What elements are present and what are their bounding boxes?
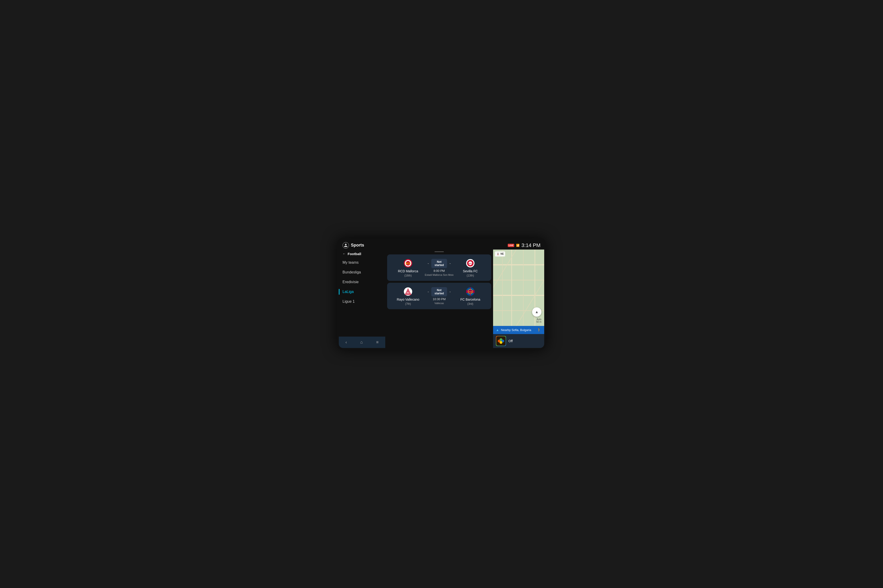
sidebar-item-bundesliga[interactable]: Bundesliga — [339, 267, 385, 277]
match-time-1: 8:00 PM — [433, 269, 445, 273]
location-text: Nearby Sofia, Bulgaria — [501, 328, 535, 332]
status-badge-2: Notstarted — [431, 287, 447, 296]
main-content: ← Football My teams Bundesliga Eredivisi… — [339, 249, 544, 348]
right-panel: NE ▲ Auto 50 m ▲ Nearby Sofia, Bulgari — [493, 249, 544, 348]
live-badge: LIVE — [508, 244, 514, 247]
nav-arrow-icon: ▲ — [535, 310, 539, 314]
map-location-bar[interactable]: ▲ Nearby Sofia, Bulgaria 🚶 — [493, 326, 544, 334]
sidebar-item-my-teams[interactable]: My teams — [339, 258, 385, 267]
home-crest-2: RV — [403, 286, 413, 297]
menu-button[interactable]: ≡ — [373, 339, 382, 346]
home-team-name-2: Rayo Vallecano — [397, 298, 419, 301]
match-card-2[interactable]: RV Rayo Vallecano (7th) - Notstarted - 1… — [387, 283, 491, 309]
compass-label: NE — [501, 253, 504, 255]
away-team-name-2: FC Barcelona — [460, 298, 480, 301]
back-arrow-icon: ← — [343, 252, 346, 256]
dash-right-2: - — [450, 290, 451, 294]
dash-left-2: - — [427, 290, 429, 294]
away-team-1: SFC Sevilla FC (13th) — [454, 258, 487, 277]
home-button[interactable]: ⌂ — [357, 339, 366, 346]
navigation-icon: ▲ — [496, 328, 499, 332]
dash-left-1: - — [427, 261, 429, 266]
screen-wrapper: Sports LIVE 📶 3:14 PM ← Football — [337, 238, 546, 350]
home-team-position-2: (7th) — [405, 302, 411, 306]
score-row-2: - Notstarted - — [427, 287, 451, 296]
home-crest-1: RCD — [403, 258, 413, 268]
sidebar-item-eredivisie[interactable]: Eredivisie — [339, 277, 385, 287]
sidebar: ← Football My teams Bundesliga Eredivisi… — [339, 249, 385, 348]
media-info: Off — [508, 339, 542, 343]
dash-right-1: - — [450, 261, 451, 266]
match-venue-2: Vallecas — [435, 302, 444, 304]
bottom-nav: ‹ ⌂ ≡ — [339, 337, 385, 348]
away-team-position-2: (3rd) — [467, 302, 473, 306]
away-crest-2: FCB — [465, 286, 475, 297]
scroll-indicator — [387, 251, 491, 252]
signal-icons: 📶 — [516, 244, 520, 247]
sidebar-item-ligue1[interactable]: Ligue 1 — [339, 297, 385, 306]
svg-text:RCD: RCD — [406, 262, 411, 265]
home-team-2: RV Rayo Vallecano (7th) — [392, 286, 424, 306]
away-team-position-1: (13th) — [466, 274, 474, 277]
media-status: Off — [508, 339, 513, 343]
match-venue-1: Estadi Mallorca Son Moix — [425, 273, 454, 276]
match-card-1[interactable]: RCD RCD Mallorca (16th) - Notstarted - 8… — [387, 254, 491, 281]
media-thumbnail — [496, 336, 506, 346]
away-team-name-1: Sevilla FC — [463, 269, 478, 273]
svg-point-33 — [499, 341, 502, 344]
sidebar-nav: My teams Bundesliga Eredivisie LaLiga Li… — [339, 258, 385, 337]
map-container[interactable]: NE ▲ Auto 50 m — [493, 249, 544, 326]
map-nav-button[interactable]: ▲ — [532, 308, 542, 316]
home-team-1: RCD RCD Mallorca (16th) — [392, 258, 424, 277]
avatar-icon — [343, 242, 349, 249]
away-team-2: FCB FC Barcelona (3rd) — [454, 286, 487, 306]
map-compass: NE — [495, 251, 505, 256]
away-crest-1: SFC — [465, 258, 475, 268]
status-badge-1: Notstarted — [431, 259, 447, 268]
match-center-1: - Notstarted - 8:00 PM Estadi Mallorca S… — [424, 259, 454, 276]
home-team-position-1: (16th) — [404, 274, 412, 277]
screen: Sports LIVE 📶 3:14 PM ← Football — [339, 240, 544, 348]
top-bar-left: Sports — [343, 242, 364, 249]
center-content: RCD RCD Mallorca (16th) - Notstarted - 8… — [385, 249, 493, 348]
person-icon: 🚶 — [537, 328, 542, 332]
svg-text:RV: RV — [407, 292, 410, 294]
score-row-1: - Notstarted - — [427, 259, 451, 268]
compass-needle: NE — [496, 252, 504, 256]
signal-bars-icon: 📶 — [516, 244, 520, 247]
sidebar-back[interactable]: ← Football — [339, 249, 385, 258]
back-button[interactable]: ‹ — [343, 339, 350, 346]
media-card[interactable]: Off — [493, 334, 544, 348]
scroll-bar — [435, 251, 444, 252]
match-center-2: - Notstarted - 10:30 PM Vallecas — [424, 287, 454, 304]
top-bar-right: LIVE 📶 3:14 PM — [508, 242, 540, 248]
sidebar-back-label: Football — [347, 252, 361, 256]
svg-text:SFC: SFC — [469, 263, 472, 264]
match-time-2: 10:30 PM — [433, 297, 446, 301]
app-title: Sports — [351, 243, 364, 248]
home-team-name-1: RCD Mallorca — [398, 269, 418, 273]
sidebar-item-laliga[interactable]: LaLiga — [339, 287, 385, 297]
top-bar: Sports LIVE 📶 3:14 PM — [339, 240, 544, 249]
map-scale: Auto 50 m — [536, 318, 542, 323]
svg-text:FCB: FCB — [469, 291, 472, 293]
clock: 3:14 PM — [522, 242, 540, 248]
